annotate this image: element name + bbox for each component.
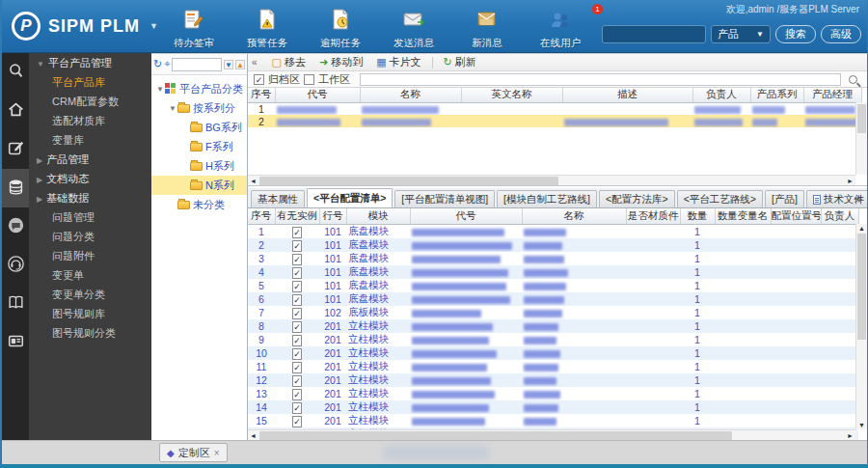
table-row[interactable]: 8✓201立柱模块1 [248,319,858,333]
table-row[interactable]: 15✓201立柱模块1 [248,414,858,427]
lower-grid-col-header[interactable]: 数量 [680,208,715,224]
upper-grid-col-header[interactable]: 描述 [562,88,692,102]
toolbar-button-2[interactable]: ▦卡片文 [371,55,425,70]
app-logo[interactable]: P SIPM PLM ▼ [12,12,158,41]
toolbar-button-1[interactable]: ➜移动到 [314,55,367,70]
header-tool-warning-task[interactable]: 预警任务 [237,8,297,50]
search-next-icon[interactable]: ▼ [224,60,233,69]
sidebar-item-2[interactable]: CRM配置参数 [29,92,151,111]
lower-grid-col-header[interactable]: 代号 [410,208,522,224]
scroll-down-icon[interactable]: ▼ [858,422,865,428]
sidebar-item-5[interactable]: ▶产品管理 [29,150,151,169]
rail-item-headset[interactable] [2,246,29,285]
table-row[interactable]: 2✓101底盘模块1 [248,238,858,252]
archive-area-checkbox[interactable]: ✓ [254,74,264,85]
rail-item-sipm-search[interactable] [2,53,29,92]
rail-item-database[interactable] [2,169,29,207]
workspace-checkbox[interactable] [304,74,314,85]
tree-node-4[interactable]: H系列 [151,156,247,176]
scroll-right-icon[interactable]: ► [847,432,854,439]
instance-checkbox[interactable]: ✓ [292,375,302,387]
upper-grid-col-header[interactable]: 英文名称 [461,88,562,102]
dock-tab-custom-area[interactable]: ◆ 定制区 × [159,443,228,462]
rail-item-book[interactable] [2,285,29,323]
lower-grid-col-header[interactable]: 负责人 [821,208,858,224]
lower-grid-hscrollbar[interactable]: ◄ ► [248,429,855,440]
scroll-left-icon[interactable]: ◄ [250,178,257,184]
toolbar-button-0[interactable]: ▢移去 [267,55,311,70]
lower-grid-col-header[interactable]: 数量变量名 [715,208,771,224]
header-tool-online-users[interactable]: 1在线用户 [530,8,590,50]
table-row[interactable]: 2 [248,115,861,127]
sidebar-item-3[interactable]: 选配材质库 [29,111,151,130]
instance-checkbox[interactable]: ✓ [292,389,302,400]
lower-grid-col-header[interactable]: 模块 [346,208,410,224]
lower-grid-col-header[interactable]: 配置位置号 [771,208,821,224]
advanced-search-button[interactable]: 高级 [821,25,861,43]
tab-5[interactable]: <平台工艺路线> [677,190,763,207]
search-prev-icon[interactable]: ▲ [235,60,245,69]
scroll-left-icon[interactable]: ◄ [250,432,257,439]
rail-item-home[interactable] [2,92,29,130]
chevron-down-icon[interactable]: ▼ [155,85,165,94]
tab-4[interactable]: <配置方法库> [599,190,675,207]
upper-grid-col-header[interactable]: 负责人 [692,88,750,102]
upper-grid-hscrollbar[interactable]: ◄ ► [248,175,855,185]
instance-checkbox[interactable]: ✓ [292,321,302,333]
instance-checkbox[interactable]: ✓ [292,362,302,373]
table-row[interactable]: 1 [248,102,861,115]
lower-grid-col-header[interactable]: 序号 [248,208,275,224]
tab-6[interactable]: [产品] [765,190,804,207]
sidebar-item-0[interactable]: ▼平台产品管理 [29,53,151,72]
table-row[interactable]: 10✓201立柱模块1 [248,346,858,360]
instance-checkbox[interactable]: ✓ [292,348,302,360]
upper-grid-vscrollbar[interactable] [855,102,867,175]
sidebar-item-6[interactable]: ▶文档动态 [29,169,151,188]
scroll-up-icon[interactable]: ▲ [858,225,865,232]
instance-checkbox[interactable]: ✓ [292,308,302,319]
sidebar-item-1[interactable]: 平台产品库 [29,72,151,92]
rail-item-card[interactable] [2,323,29,362]
header-tool-todo-sign[interactable]: 待办签审 [164,8,224,50]
table-row[interactable]: 3✓101底盘模块1 [248,252,858,265]
header-tool-send-message[interactable]: 发送消息 [384,8,444,50]
lower-grid-vscrollbar[interactable]: ▲ ▼ [855,224,867,429]
sidebar-item-8[interactable]: 问题管理 [29,207,151,227]
header-tool-new-message[interactable]: 新消息 [457,8,517,50]
search-button[interactable]: 搜索 [775,25,816,43]
lower-grid-col-header[interactable]: 有无实例 [275,208,319,224]
chevron-down-icon[interactable]: ▼ [168,104,177,113]
tab-overflow-icon[interactable]: ≫ [854,195,863,205]
quick-filter-input[interactable] [360,73,841,86]
tab-0[interactable]: 基本属性 [251,190,305,207]
lower-grid-col-header[interactable]: 行号 [319,208,346,224]
upper-grid-col-header[interactable]: 产品经理 [803,88,861,102]
instance-checkbox[interactable]: ✓ [292,254,302,265]
tab-1[interactable]: <平台配置清单> [307,188,393,207]
search-icon[interactable] [849,75,857,84]
tab-2[interactable]: [平台配置清单视图] [394,190,495,207]
toolbar-button-3[interactable]: ↻刷新 [439,55,481,70]
chevron-down-icon[interactable]: ▼ [149,21,158,31]
tree-node-1[interactable]: ▼按系列分 [151,98,247,118]
header-tool-overdue-task[interactable]: 逾期任务 [311,8,370,50]
sidebar-item-11[interactable]: 变更单 [29,265,151,285]
sidebar-item-9[interactable]: 问题分类 [29,227,151,246]
instance-checkbox[interactable]: ✓ [292,281,302,292]
table-row[interactable]: 6✓101底盘模块1 [248,292,858,306]
instance-checkbox[interactable]: ✓ [292,335,302,346]
instance-checkbox[interactable]: ✓ [292,240,302,252]
global-search-input[interactable] [602,25,706,43]
table-row[interactable]: 11✓201立柱模块1 [248,360,858,373]
instance-checkbox[interactable]: ✓ [292,416,302,427]
table-row[interactable]: 7✓102底板模块1 [248,306,858,319]
close-icon[interactable]: × [214,448,220,458]
sidebar-item-14[interactable]: 图号规则分类 [29,323,151,343]
tree-filter-input[interactable] [172,58,222,71]
table-row[interactable]: 13✓201立柱模块1 [248,387,858,400]
table-row[interactable]: 1✓101底盘模块1 [248,224,858,238]
table-row[interactable]: 12✓201立柱模块1 [248,373,858,387]
tab-3[interactable]: [模块自制工艺路线] [497,190,597,207]
sidebar-item-13[interactable]: 图号规则库 [29,304,151,323]
lower-grid-col-header[interactable]: 是否材质件 [626,208,680,224]
